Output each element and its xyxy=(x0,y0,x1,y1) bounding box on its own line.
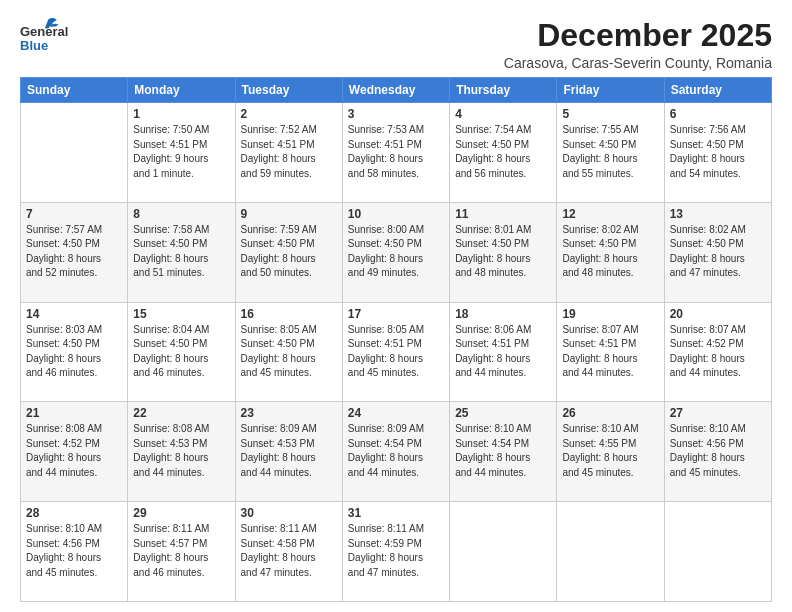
day-number: 3 xyxy=(348,107,444,121)
calendar-cell: 3Sunrise: 7:53 AM Sunset: 4:51 PM Daylig… xyxy=(342,103,449,203)
calendar-cell: 2Sunrise: 7:52 AM Sunset: 4:51 PM Daylig… xyxy=(235,103,342,203)
week-row-2: 7Sunrise: 7:57 AM Sunset: 4:50 PM Daylig… xyxy=(21,202,772,302)
day-number: 27 xyxy=(670,406,766,420)
calendar-cell: 22Sunrise: 8:08 AM Sunset: 4:53 PM Dayli… xyxy=(128,402,235,502)
day-number: 10 xyxy=(348,207,444,221)
calendar-cell: 27Sunrise: 8:10 AM Sunset: 4:56 PM Dayli… xyxy=(664,402,771,502)
calendar-cell: 26Sunrise: 8:10 AM Sunset: 4:55 PM Dayli… xyxy=(557,402,664,502)
calendar-cell: 20Sunrise: 8:07 AM Sunset: 4:52 PM Dayli… xyxy=(664,302,771,402)
day-info: Sunrise: 8:10 AM Sunset: 4:55 PM Dayligh… xyxy=(562,422,658,480)
calendar-cell: 5Sunrise: 7:55 AM Sunset: 4:50 PM Daylig… xyxy=(557,103,664,203)
day-number: 21 xyxy=(26,406,122,420)
calendar-cell: 10Sunrise: 8:00 AM Sunset: 4:50 PM Dayli… xyxy=(342,202,449,302)
day-info: Sunrise: 7:59 AM Sunset: 4:50 PM Dayligh… xyxy=(241,223,337,281)
day-info: Sunrise: 8:10 AM Sunset: 4:54 PM Dayligh… xyxy=(455,422,551,480)
week-row-3: 14Sunrise: 8:03 AM Sunset: 4:50 PM Dayli… xyxy=(21,302,772,402)
header: General Blue December 2025 Carasova, Car… xyxy=(20,18,772,71)
calendar-cell: 17Sunrise: 8:05 AM Sunset: 4:51 PM Dayli… xyxy=(342,302,449,402)
calendar-cell: 29Sunrise: 8:11 AM Sunset: 4:57 PM Dayli… xyxy=(128,502,235,602)
calendar-cell: 4Sunrise: 7:54 AM Sunset: 4:50 PM Daylig… xyxy=(450,103,557,203)
day-info: Sunrise: 7:52 AM Sunset: 4:51 PM Dayligh… xyxy=(241,123,337,181)
calendar-cell: 16Sunrise: 8:05 AM Sunset: 4:50 PM Dayli… xyxy=(235,302,342,402)
calendar-cell: 13Sunrise: 8:02 AM Sunset: 4:50 PM Dayli… xyxy=(664,202,771,302)
day-number: 23 xyxy=(241,406,337,420)
day-number: 12 xyxy=(562,207,658,221)
day-info: Sunrise: 8:11 AM Sunset: 4:59 PM Dayligh… xyxy=(348,522,444,580)
day-info: Sunrise: 8:02 AM Sunset: 4:50 PM Dayligh… xyxy=(562,223,658,281)
subtitle: Carasova, Caras-Severin County, Romania xyxy=(504,55,772,71)
day-info: Sunrise: 8:06 AM Sunset: 4:51 PM Dayligh… xyxy=(455,323,551,381)
day-number: 17 xyxy=(348,307,444,321)
day-info: Sunrise: 7:55 AM Sunset: 4:50 PM Dayligh… xyxy=(562,123,658,181)
day-number: 2 xyxy=(241,107,337,121)
week-row-5: 28Sunrise: 8:10 AM Sunset: 4:56 PM Dayli… xyxy=(21,502,772,602)
day-number: 4 xyxy=(455,107,551,121)
calendar-cell xyxy=(450,502,557,602)
day-number: 16 xyxy=(241,307,337,321)
calendar-cell: 30Sunrise: 8:11 AM Sunset: 4:58 PM Dayli… xyxy=(235,502,342,602)
weekday-header-saturday: Saturday xyxy=(664,78,771,103)
calendar-cell: 8Sunrise: 7:58 AM Sunset: 4:50 PM Daylig… xyxy=(128,202,235,302)
weekday-header-friday: Friday xyxy=(557,78,664,103)
calendar-cell: 9Sunrise: 7:59 AM Sunset: 4:50 PM Daylig… xyxy=(235,202,342,302)
calendar-cell: 12Sunrise: 8:02 AM Sunset: 4:50 PM Dayli… xyxy=(557,202,664,302)
day-number: 6 xyxy=(670,107,766,121)
calendar-cell: 24Sunrise: 8:09 AM Sunset: 4:54 PM Dayli… xyxy=(342,402,449,502)
calendar-cell: 25Sunrise: 8:10 AM Sunset: 4:54 PM Dayli… xyxy=(450,402,557,502)
day-number: 18 xyxy=(455,307,551,321)
day-info: Sunrise: 8:08 AM Sunset: 4:52 PM Dayligh… xyxy=(26,422,122,480)
calendar-cell: 14Sunrise: 8:03 AM Sunset: 4:50 PM Dayli… xyxy=(21,302,128,402)
day-info: Sunrise: 8:05 AM Sunset: 4:50 PM Dayligh… xyxy=(241,323,337,381)
day-number: 31 xyxy=(348,506,444,520)
calendar-cell: 15Sunrise: 8:04 AM Sunset: 4:50 PM Dayli… xyxy=(128,302,235,402)
day-info: Sunrise: 8:11 AM Sunset: 4:58 PM Dayligh… xyxy=(241,522,337,580)
calendar-cell: 18Sunrise: 8:06 AM Sunset: 4:51 PM Dayli… xyxy=(450,302,557,402)
calendar-cell: 23Sunrise: 8:09 AM Sunset: 4:53 PM Dayli… xyxy=(235,402,342,502)
day-number: 13 xyxy=(670,207,766,221)
day-number: 20 xyxy=(670,307,766,321)
day-info: Sunrise: 8:10 AM Sunset: 4:56 PM Dayligh… xyxy=(670,422,766,480)
day-info: Sunrise: 8:07 AM Sunset: 4:51 PM Dayligh… xyxy=(562,323,658,381)
day-number: 9 xyxy=(241,207,337,221)
day-info: Sunrise: 8:01 AM Sunset: 4:50 PM Dayligh… xyxy=(455,223,551,281)
day-info: Sunrise: 8:00 AM Sunset: 4:50 PM Dayligh… xyxy=(348,223,444,281)
day-number: 24 xyxy=(348,406,444,420)
calendar-table: SundayMondayTuesdayWednesdayThursdayFrid… xyxy=(20,77,772,602)
svg-text:Blue: Blue xyxy=(20,38,48,53)
day-info: Sunrise: 7:50 AM Sunset: 4:51 PM Dayligh… xyxy=(133,123,229,181)
svg-text:General: General xyxy=(20,24,68,39)
calendar-cell: 21Sunrise: 8:08 AM Sunset: 4:52 PM Dayli… xyxy=(21,402,128,502)
day-info: Sunrise: 8:04 AM Sunset: 4:50 PM Dayligh… xyxy=(133,323,229,381)
weekday-header-row: SundayMondayTuesdayWednesdayThursdayFrid… xyxy=(21,78,772,103)
day-info: Sunrise: 8:10 AM Sunset: 4:56 PM Dayligh… xyxy=(26,522,122,580)
day-info: Sunrise: 8:08 AM Sunset: 4:53 PM Dayligh… xyxy=(133,422,229,480)
day-number: 26 xyxy=(562,406,658,420)
month-title: December 2025 xyxy=(504,18,772,53)
logo: General Blue xyxy=(20,18,68,64)
weekday-header-sunday: Sunday xyxy=(21,78,128,103)
calendar-cell: 6Sunrise: 7:56 AM Sunset: 4:50 PM Daylig… xyxy=(664,103,771,203)
day-info: Sunrise: 8:09 AM Sunset: 4:53 PM Dayligh… xyxy=(241,422,337,480)
calendar-cell: 19Sunrise: 8:07 AM Sunset: 4:51 PM Dayli… xyxy=(557,302,664,402)
day-info: Sunrise: 7:58 AM Sunset: 4:50 PM Dayligh… xyxy=(133,223,229,281)
week-row-4: 21Sunrise: 8:08 AM Sunset: 4:52 PM Dayli… xyxy=(21,402,772,502)
day-number: 8 xyxy=(133,207,229,221)
day-number: 11 xyxy=(455,207,551,221)
calendar-cell xyxy=(21,103,128,203)
day-number: 1 xyxy=(133,107,229,121)
day-number: 22 xyxy=(133,406,229,420)
weekday-header-wednesday: Wednesday xyxy=(342,78,449,103)
day-info: Sunrise: 8:09 AM Sunset: 4:54 PM Dayligh… xyxy=(348,422,444,480)
day-number: 25 xyxy=(455,406,551,420)
day-number: 5 xyxy=(562,107,658,121)
day-number: 29 xyxy=(133,506,229,520)
day-number: 15 xyxy=(133,307,229,321)
weekday-header-thursday: Thursday xyxy=(450,78,557,103)
day-info: Sunrise: 7:54 AM Sunset: 4:50 PM Dayligh… xyxy=(455,123,551,181)
page: General Blue December 2025 Carasova, Car… xyxy=(0,0,792,612)
calendar-cell: 11Sunrise: 8:01 AM Sunset: 4:50 PM Dayli… xyxy=(450,202,557,302)
calendar-cell: 28Sunrise: 8:10 AM Sunset: 4:56 PM Dayli… xyxy=(21,502,128,602)
day-info: Sunrise: 8:02 AM Sunset: 4:50 PM Dayligh… xyxy=(670,223,766,281)
day-number: 19 xyxy=(562,307,658,321)
day-number: 30 xyxy=(241,506,337,520)
